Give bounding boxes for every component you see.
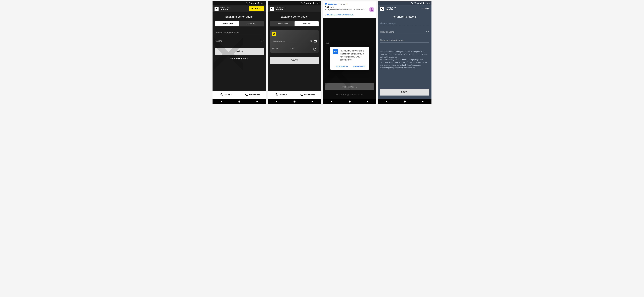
addresses-label: АДРЕСА [280, 94, 287, 96]
addresses-label: АДРЕСА [224, 94, 232, 96]
deny-button[interactable]: ОТКЛОНИТЬ [335, 64, 349, 68]
signal-icon [420, 2, 422, 4]
card-cvc-input[interactable] [290, 46, 300, 51]
dnd-icon [411, 2, 413, 4]
nav-recent-icon[interactable] [366, 100, 369, 103]
login-button[interactable]: ВОЙТИ [380, 89, 429, 95]
phone-icon [245, 93, 248, 96]
svg-rect-4 [258, 3, 258, 4]
auth-tabs: ПО ЛОГИНУ ПО КАРТЕ [270, 21, 319, 26]
tab-by-card[interactable]: ПО КАРТЕ [240, 21, 264, 26]
status-bar: LTE 16:06 [268, 1, 321, 5]
repeat-password-input[interactable] [380, 38, 429, 43]
nav-back-icon[interactable] [275, 100, 278, 103]
clock: 16:05 [260, 2, 265, 4]
android-nav [378, 99, 432, 104]
map-pin-icon [275, 93, 278, 96]
nav-back-icon[interactable] [330, 100, 333, 103]
battery-icon [312, 2, 314, 4]
nav-home-icon[interactable] [403, 100, 406, 103]
tab-by-login[interactable]: ПО ЛОГИНУ [270, 21, 294, 26]
camera-scan-icon[interactable] [314, 39, 317, 43]
nav-recent-icon[interactable] [421, 100, 424, 103]
sms-code-content: ПОДТВЕРДИТЬ ВЫСЛАТЬ КОД ЗАНОВО (01:57) Р… [323, 17, 376, 99]
app-header: Райффайзен ОНЛАЙН [268, 5, 321, 12]
addresses-button[interactable]: АДРЕСА [212, 91, 240, 99]
heads-up-notification[interactable]: Сообщения • сейчас Raiffeisen Podklyuche… [323, 1, 376, 17]
password-input[interactable] [215, 38, 264, 43]
network-label: LTE [416, 2, 419, 4]
svg-rect-20 [325, 3, 327, 4]
login-input[interactable] [215, 30, 264, 35]
support-button[interactable]: ПОДДЕРЖКА [294, 91, 322, 99]
brand-line2: ОНЛАЙН [275, 8, 286, 10]
login-button[interactable]: ВОЙТИ [215, 48, 264, 55]
card-expiry-input[interactable] [272, 46, 286, 51]
phone-frame-3: Сообщения • сейчас Raiffeisen Podklyuche… [323, 1, 376, 104]
nav-home-icon[interactable] [238, 100, 241, 103]
nav-home-icon[interactable] [348, 100, 351, 103]
notif-separator: • [338, 3, 338, 5]
tab-by-login[interactable]: ПО ЛОГИНУ [215, 21, 240, 26]
notif-app-name: Сообщения [328, 3, 337, 5]
svg-rect-13 [313, 3, 314, 4]
clock: 16:06 [316, 2, 320, 4]
mark-read-button[interactable]: ОТМЕТИТЬ КАК ПРОЧИТАННОЕ [325, 12, 374, 16]
app-header: Райффайзен ОНЛАЙН ОТМЕНА [378, 5, 432, 12]
status-bar: LTE 16:05 [212, 1, 266, 5]
svg-point-24 [336, 51, 336, 52]
cancel-button[interactable]: ОТМЕНА [421, 7, 430, 10]
alarm-icon [304, 2, 306, 4]
permission-dialog-overlay: Разрешить приложению Raiffeisen отправля… [323, 17, 376, 99]
svg-point-25 [348, 100, 350, 102]
brand-line1: Райффайзен [385, 6, 396, 8]
svg-point-16 [276, 94, 277, 94]
support-button[interactable]: ПОДДЕРЖКА [240, 91, 266, 99]
svg-point-6 [222, 95, 223, 96]
alarm-icon [248, 2, 250, 4]
nav-recent-icon[interactable] [311, 100, 314, 103]
permission-dialog: Разрешить приложению Raiffeisen отправля… [330, 47, 369, 70]
forgot-password-button[interactable]: ЗАБЫЛИ ПАРОЛЬ? [215, 58, 264, 60]
alarm-icon [414, 2, 416, 4]
svg-point-5 [221, 94, 222, 94]
set-password-content: Установите пароль afanasyevsanya Разреше… [378, 12, 432, 99]
support-label: ПОДДЕРЖКА [249, 94, 260, 96]
android-nav [323, 99, 376, 104]
cvc-help-icon[interactable]: ? [313, 47, 317, 51]
tab-by-card[interactable]: ПО КАРТЕ [294, 21, 319, 26]
nav-back-icon[interactable] [220, 100, 223, 103]
brand: Райффайзен ОНЛАЙН [380, 6, 396, 11]
login-content: Вход или регистрация ПО ЛОГИНУ ПО КАРТЕ … [212, 12, 266, 91]
card-number-input[interactable] [272, 39, 308, 43]
eye-icon[interactable] [426, 30, 429, 33]
bottom-bar: АДРЕСА ПОДДЕРЖКА [268, 91, 321, 99]
chevron-down-icon[interactable] [346, 3, 348, 5]
new-password-input[interactable] [380, 29, 429, 34]
sms-permission-icon [333, 49, 338, 54]
svg-point-18 [294, 100, 296, 102]
page-title: Вход или регистрация [270, 15, 319, 18]
nav-home-icon[interactable] [293, 100, 296, 103]
allow-button[interactable]: РАЗРЕШИТЬ [352, 64, 366, 68]
brand-line1: Райффайзен [275, 6, 286, 8]
brand: Райффайзен ОНЛАЙН [214, 6, 231, 11]
whats-new-button[interactable]: ЧТО НОВОГО [249, 6, 264, 11]
svg-point-32 [404, 100, 406, 102]
dnd-icon [301, 2, 303, 4]
svg-point-21 [371, 8, 372, 9]
addresses-button[interactable]: АДРЕСА [268, 91, 294, 99]
card-brand-logo-icon [272, 32, 276, 36]
brand-line2: ОНЛАЙН [220, 8, 231, 10]
page-title: Установите пароль [380, 15, 429, 18]
clock: 16:13 [426, 2, 430, 4]
login-button[interactable]: ВОЙТИ [270, 57, 319, 64]
nav-recent-icon[interactable] [256, 100, 259, 103]
password-hint: Разрешены латинские буквы, цифры и специ… [380, 50, 429, 69]
card-panel: ? [270, 30, 319, 53]
eye-icon[interactable] [260, 39, 264, 42]
nav-back-icon[interactable] [386, 100, 388, 103]
svg-rect-19 [312, 101, 313, 102]
notif-avatar-icon [369, 7, 374, 12]
network-label: LTE [251, 2, 254, 4]
